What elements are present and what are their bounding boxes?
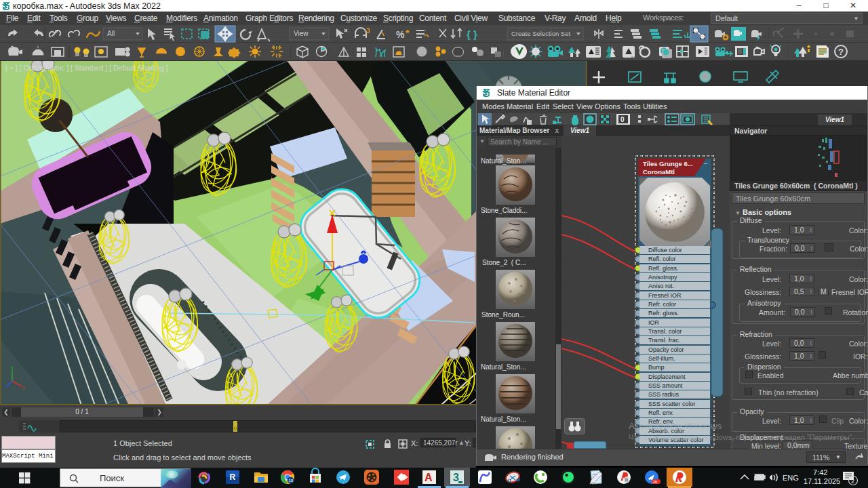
svg-text:CoronaMtl: CoronaMtl	[643, 168, 675, 176]
svg-text:x: x	[22, 384, 25, 390]
svg-text:3: 3	[366, 27, 370, 35]
svg-text:%: %	[396, 29, 405, 40]
svg-text:y: y	[11, 364, 14, 370]
svg-text:?: ?	[838, 47, 844, 57]
svg-text:17.11.2025: 17.11.2025	[804, 477, 840, 485]
svg-text:Tiles Grunge 6...: Tiles Grunge 6...	[643, 160, 693, 167]
svg-text:Natural_Ston...: Natural_Ston...	[481, 157, 526, 165]
svg-text:–: –	[704, 160, 707, 167]
svg-text:ENG: ENG	[783, 474, 799, 482]
svg-text:Stone_Roun...: Stone_Roun...	[481, 311, 525, 319]
svg-text:Natural_Ston...: Natural_Ston...	[481, 363, 526, 371]
svg-text:All: All	[107, 30, 115, 37]
svg-text:Natural_Ston...: Natural_Ston...	[481, 415, 526, 423]
svg-text:Create Selection Set: Create Selection Set	[511, 30, 570, 37]
svg-text:7:42: 7:42	[813, 468, 827, 476]
svg-text:3: 3	[453, 472, 459, 483]
svg-text:0: 0	[620, 116, 625, 123]
svg-text:Stone_2 ( C...: Stone_2 ( C...	[482, 259, 526, 266]
svg-text:R: R	[230, 472, 236, 482]
svg-text:A: A	[425, 472, 433, 483]
svg-text:10: 10	[289, 479, 294, 483]
svg-text:2: 2	[851, 478, 854, 485]
svg-text:Stone_Claddi...: Stone_Claddi...	[481, 207, 527, 214]
svg-text:{ }: { }	[467, 28, 477, 40]
svg-text:[ + ] [ Orthographic ] [ Stand: [ + ] [ Orthographic ] [ Standard ] [ De…	[5, 64, 168, 72]
svg-text:26: 26	[653, 480, 658, 484]
svg-text:View: View	[294, 30, 309, 37]
